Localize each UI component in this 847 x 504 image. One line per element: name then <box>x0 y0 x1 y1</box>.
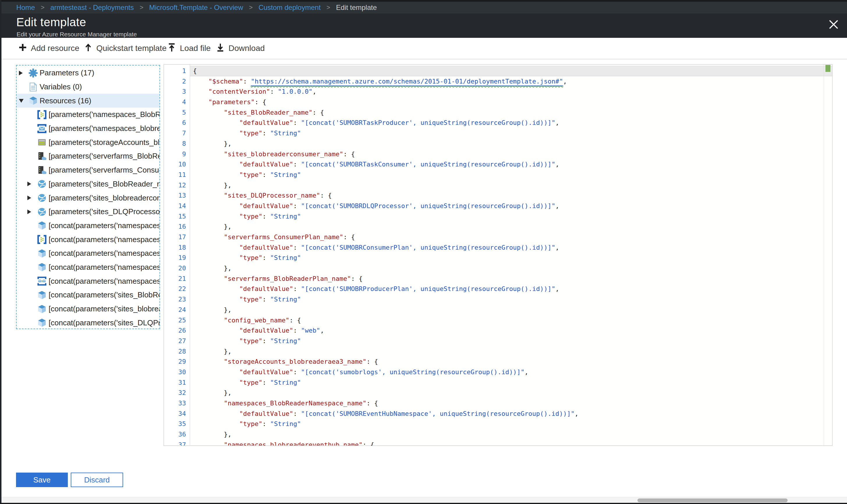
cube-icon <box>28 96 38 106</box>
line-number: 14 <box>164 201 190 211</box>
page-title: Edit template <box>16 16 86 29</box>
load-file-button[interactable]: Load file <box>167 38 211 59</box>
breadcrumb-item[interactable]: Custom deployment <box>258 3 321 12</box>
code-line[interactable]: "serverfarms_ConsumerPlan_name": { <box>193 232 824 242</box>
tree-item[interactable]: [concat(parameters('sites_blobrea... <box>17 302 160 316</box>
code-line[interactable]: "sites_DLQProcessor_name": { <box>193 190 824 201</box>
save-button[interactable]: Save <box>16 472 68 487</box>
code-line[interactable]: }, <box>193 263 824 273</box>
code-line[interactable]: { <box>193 66 824 76</box>
tree-item-label: [parameters('storageAccounts_blo... <box>49 138 160 147</box>
tree-item[interactable]: [concat(parameters('namespaces_... <box>17 233 160 247</box>
line-number: 15 <box>164 211 190 222</box>
code-line[interactable]: "type": "String" <box>193 170 824 180</box>
code-line[interactable]: "$schema": "https://schema.management.az… <box>193 76 824 87</box>
code-line[interactable]: "type": "String" <box>193 419 824 429</box>
code-line[interactable]: "storageAccounts_blobreaderaea3_name": { <box>193 357 824 367</box>
code-line[interactable]: "config_web_name": { <box>193 315 824 326</box>
code-line[interactable]: }, <box>193 305 824 315</box>
download-button[interactable]: Download <box>216 38 265 59</box>
breadcrumb-separator: > <box>327 4 330 11</box>
tree-item[interactable]: Parameters (17) <box>17 66 160 80</box>
code-line[interactable]: "defaultValue": "[concat('SUMOBRConsumer… <box>193 242 824 253</box>
code-line[interactable]: "defaultValue": "[concat('SUMOBRDLQProce… <box>193 201 824 211</box>
code-line[interactable]: }, <box>193 346 824 357</box>
variables-icon <box>28 82 38 92</box>
code-line[interactable]: "type": "String" <box>193 294 824 305</box>
tree-item[interactable]: Variables (0) <box>17 80 160 94</box>
tree-item[interactable]: [concat(parameters('sites_BlobRea... <box>17 288 160 302</box>
code-line[interactable]: "type": "String" <box>193 336 824 346</box>
queue-icon <box>37 124 47 133</box>
code-line[interactable]: }, <box>193 388 824 398</box>
tree-item[interactable]: [concat(parameters('namespaces_... <box>17 247 160 260</box>
code-line[interactable]: "defaultValue": "web", <box>193 325 824 336</box>
cube-icon <box>37 249 47 258</box>
line-number: 2 <box>164 76 190 87</box>
breadcrumb-item[interactable]: Microsoft.Template - Overview <box>149 3 243 12</box>
chevron-right-icon[interactable] <box>28 196 31 200</box>
tree-item[interactable]: [parameters('namespaces_blobrea... <box>17 122 160 136</box>
close-button[interactable] <box>827 19 840 32</box>
resource-tree: Parameters (17) Variables (0) Resources … <box>16 65 160 329</box>
code-line[interactable]: }, <box>193 429 824 440</box>
code-line[interactable]: "type": "String" <box>193 211 824 222</box>
tree-item[interactable]: [parameters('serverfarms_Consum... <box>17 163 160 177</box>
tree-item[interactable]: [concat(parameters('namespaces_... <box>17 219 160 233</box>
line-number: 33 <box>164 398 190 409</box>
tree-item[interactable]: [concat(parameters('namespaces_... <box>17 260 160 274</box>
code-line[interactable]: "sites_BlobReader_name": { <box>193 107 824 118</box>
line-number: 21 <box>164 273 190 284</box>
code-line[interactable]: "type": "String" <box>193 128 824 139</box>
tree-item[interactable]: [concat(parameters('sites_DLQPro... <box>17 316 160 329</box>
chevron-down-icon[interactable] <box>19 99 23 103</box>
code-line[interactable]: }, <box>193 221 824 232</box>
tree-item[interactable]: [parameters('sites_DLQProcessor_... <box>17 205 160 219</box>
webapp-icon <box>37 179 47 189</box>
line-number: 1 <box>164 66 190 76</box>
tree-item[interactable]: [parameters('storageAccounts_blo... <box>17 135 160 149</box>
line-number: 5 <box>164 107 190 118</box>
add-resource-button[interactable]: Add resource <box>18 38 79 59</box>
editor-code-area[interactable]: { "$schema": "https://schema.management.… <box>191 65 824 446</box>
tree-item[interactable]: [parameters('namespaces_BlobRe... <box>17 108 160 122</box>
tree-item-label: [parameters('namespaces_BlobRe... <box>49 110 160 119</box>
code-line[interactable]: }, <box>193 180 824 191</box>
tree-item[interactable]: [parameters('serverfarms_BlobRea... <box>17 149 160 163</box>
code-line[interactable]: "namespaces_blobreadereventhub_name": { <box>193 440 824 446</box>
tree-item[interactable]: [parameters('sites_blobreadercons... <box>17 191 160 205</box>
code-line[interactable]: "defaultValue": "[concat('SUMOBRTaskProd… <box>193 118 824 128</box>
code-line[interactable]: "parameters": { <box>193 97 824 107</box>
eventhub-icon <box>37 110 47 120</box>
toolbar-button-label: Add resource <box>31 44 79 53</box>
horizontal-scrollbar-thumb[interactable] <box>637 499 788 502</box>
code-line[interactable]: "sites_blobreaderconsumer_name": { <box>193 149 824 160</box>
chevron-right-icon[interactable] <box>28 182 31 186</box>
line-number: 6 <box>164 118 190 128</box>
code-line[interactable]: "namespaces_BlobReaderNamespace_name": { <box>193 398 824 409</box>
tree-item[interactable]: Resources (16) <box>17 94 160 108</box>
code-line[interactable]: "serverfarms_BlobReaderPlan_name": { <box>193 273 824 284</box>
breadcrumb-item[interactable]: armtesteast - Deployments <box>50 3 134 12</box>
code-line[interactable]: "contentVersion": "1.0.0.0", <box>193 86 824 97</box>
code-line[interactable]: "defaultValue": "[concat('SUMOBRProducer… <box>193 284 824 294</box>
line-number: 24 <box>164 305 190 315</box>
line-number: 32 <box>164 388 190 398</box>
code-line[interactable]: "defaultValue": "[concat('SUMOBREventHub… <box>193 409 824 419</box>
chevron-right-icon[interactable] <box>28 210 31 214</box>
code-line[interactable]: "defaultValue": "[concat('SUMOBRTaskCons… <box>193 159 824 170</box>
code-line[interactable]: "type": "String" <box>193 253 824 263</box>
code-line[interactable]: }, <box>193 139 824 149</box>
tree-item-label: [concat(parameters('namespaces_... <box>49 263 160 272</box>
tree-item-label: [parameters('serverfarms_Consum... <box>49 166 160 175</box>
tree-item[interactable]: [parameters('sites_BlobReader_na... <box>17 177 160 191</box>
breadcrumb-item[interactable]: Home <box>16 3 35 12</box>
chevron-right-icon[interactable] <box>19 71 23 75</box>
quickstart-template-button[interactable]: Quickstart template <box>84 38 166 59</box>
breadcrumb: Home>armtesteast - Deployments>Microsoft… <box>0 2 847 13</box>
code-line[interactable]: "defaultValue": "[concat('sumobrlogs', u… <box>193 367 824 377</box>
discard-button[interactable]: Discard <box>71 472 123 487</box>
tree-item[interactable]: [concat(parameters('namespaces_... <box>17 274 160 288</box>
template-code-editor[interactable]: 1234567891011121314151617181920212223242… <box>164 64 832 446</box>
code-line[interactable]: "type": "String" <box>193 377 824 388</box>
